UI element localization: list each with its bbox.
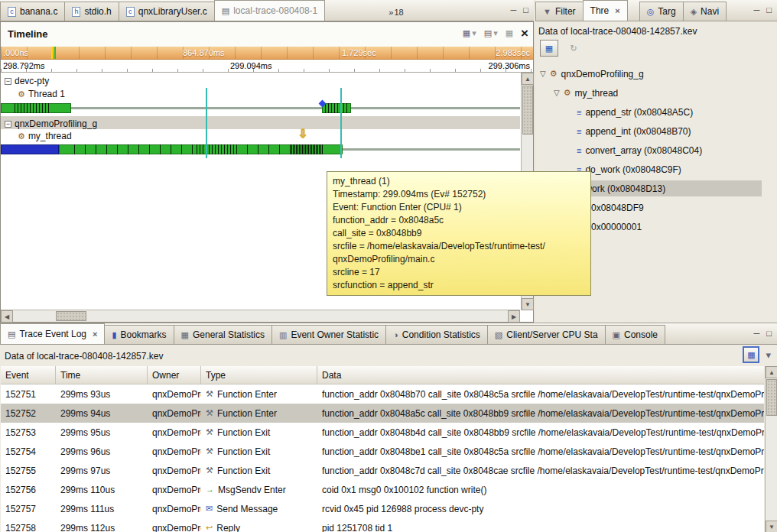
tab-bookmarks[interactable]: ▮ Bookmarks (104, 325, 174, 344)
close-icon[interactable]: × (521, 27, 528, 40)
send-message-icon: ✉ (206, 504, 213, 513)
table-row[interactable]: 152751 299ms 93us qnxDemoProfiling_g ⚒ F… (1, 384, 764, 404)
scroll-left-icon[interactable]: ◀ (1, 310, 13, 323)
tab-general-statistics[interactable]: ▦ General Statistics (174, 325, 272, 344)
cell-owner: qnxDemoProfiling_g (148, 485, 201, 495)
tab-filter[interactable]: ▼ Filter (535, 2, 584, 21)
ruler-label: 299.094ms (230, 61, 271, 70)
tree-expanded-icon[interactable]: ▽ (540, 70, 546, 78)
tab-thread[interactable]: Thre × (583, 0, 628, 21)
close-icon[interactable]: × (93, 329, 97, 339)
zoom-options-button[interactable]: ▤ ▾ (484, 29, 498, 37)
tree-item-address[interactable]: 0x08048DF9 (591, 200, 644, 216)
cell-event: 152757 (1, 504, 56, 514)
scroll-down-icon[interactable]: ▼ (766, 521, 777, 532)
close-icon[interactable]: × (615, 6, 619, 15)
table-row[interactable]: 152758 299ms 112us qnxDemoProfiling_g ↩ … (1, 518, 764, 532)
tree-item-function-selected[interactable]: ≡ work (0x08048D13) (572, 180, 762, 196)
tab-client-server-cpu[interactable]: ▧ Client/Server CPU Sta (487, 325, 606, 344)
grid-toggle-button[interactable]: ▦ (506, 29, 513, 37)
editor-tab-overflow-chevron[interactable]: » 18 (388, 8, 403, 17)
timeline-header: Timeline ▦ ▾ ▤ ▾ ▦ × (1, 22, 533, 47)
minimize-icon[interactable]: ─ (511, 5, 517, 15)
maximize-icon[interactable]: □ (523, 5, 528, 15)
tab-navigator[interactable]: ◈ Navi (683, 2, 727, 21)
table-row[interactable]: 152753 299ms 95us qnxDemoProfiling_g ⚒ F… (1, 423, 764, 442)
thread-label: my_thread (28, 131, 72, 141)
column-header-type[interactable]: Type (201, 366, 317, 384)
collapse-icon[interactable]: − (5, 121, 11, 128)
view-menu-icon[interactable]: ▾ (766, 350, 771, 360)
timeline-horizontal-scrollbar[interactable]: ◀ ▶ (1, 310, 520, 322)
scroll-up-icon[interactable]: ▲ (766, 366, 777, 378)
trace-data-title: Data of local-trace-080408-142857.kev (538, 26, 697, 37)
function-enter-icon: ⚒ (206, 390, 213, 398)
right-tab-bar: ▼ Filter Thre × ◎ Targ ◈ Navi ─ □ (535, 0, 777, 21)
editor-tab-banana-c[interactable]: c banana.c (0, 2, 65, 21)
collapse-icon[interactable]: − (5, 78, 11, 85)
scroll-up-icon[interactable]: ▲ (522, 73, 534, 85)
display-options-button[interactable]: ▦ ▾ (463, 29, 476, 37)
tab-trace-event-log[interactable]: ▤ Trace Event Log × (0, 323, 105, 344)
editor-tab-stdio-h[interactable]: h stdio.h (64, 2, 119, 21)
event-ticks (290, 144, 323, 154)
column-header-data[interactable]: Data (317, 366, 764, 384)
ruler-label: .000ns (3, 48, 28, 57)
tree-item-address[interactable]: 0x00000001 (591, 219, 642, 235)
tree-item-thread[interactable]: ▽ ⚙ my_thread (554, 85, 618, 101)
cell-data: function_addr 0x8048b4d call_site 0x8048… (317, 427, 764, 438)
tree-item-function[interactable]: ≡ do_work (0x08048C9F) (577, 161, 681, 177)
tab-label: General Statistics (193, 329, 265, 340)
trace-file-icon: ▤ (222, 7, 229, 15)
timeline-row-my-thread[interactable]: ⚙ my_thread (18, 131, 72, 141)
tree-item-function[interactable]: ≡ convert_array (0x08048C04) (577, 142, 702, 158)
tree-item-function[interactable]: ≡ append_int (0x08048B70) (577, 123, 691, 139)
scroll-down-icon[interactable]: ▼ (522, 298, 534, 310)
table-row[interactable]: 152754 299ms 96us qnxDemoProfiling_g ⚒ F… (1, 442, 764, 461)
tree-item-process[interactable]: ▽ ⚙ qnxDemoProfiling_g (540, 66, 644, 82)
tab-console[interactable]: ▣ Console (605, 325, 665, 344)
maximize-icon[interactable]: □ (766, 329, 772, 338)
timeline-full-ruler[interactable]: .000ns 864.870ms 1.729sec 2.983sec (1, 47, 533, 60)
minimize-icon[interactable]: ─ (754, 329, 760, 338)
refresh-button[interactable]: ↻ (564, 40, 583, 57)
scrollbar-thumb[interactable] (522, 86, 533, 135)
scroll-right-icon[interactable]: ▶ (508, 310, 520, 323)
table-row[interactable]: 152755 299ms 97us qnxDemoProfiling_g ⚒ F… (1, 461, 764, 480)
tab-label: Condition Statistics (402, 329, 480, 340)
timeline-group-qnxdemoprofiling[interactable]: − qnxDemoProfiling_g (5, 118, 97, 129)
function-exit-icon: ⚒ (206, 466, 213, 475)
table-row-selected[interactable]: 152752 299ms 94us qnxDemoProfiling_g ⚒ F… (1, 404, 764, 423)
selection-marker-line (340, 88, 342, 158)
tab-target[interactable]: ◎ Targ (639, 2, 684, 21)
minimize-icon[interactable]: ─ (754, 5, 760, 15)
column-header-event[interactable]: Event (1, 366, 56, 384)
table-row[interactable]: 152756 299ms 110us qnxDemoProfiling_g → … (1, 480, 764, 499)
tab-condition-statistics[interactable]: ◑ Condition Statistics (385, 325, 488, 344)
tab-event-owner-statistic[interactable]: ▥ Event Owner Statistic (271, 325, 386, 344)
table-row[interactable]: 152757 299ms 111us qnxDemoProfiling_g ✉ … (1, 499, 764, 518)
timeline-row-thread1[interactable]: ⚙ Thread 1 (18, 89, 65, 99)
tree-item-function[interactable]: ≡ append_str (0x08048A5C) (577, 104, 693, 120)
type-label: MsgSendv Enter (218, 485, 286, 495)
selection-marker-line (206, 88, 207, 158)
timeline-bar-my-thread[interactable] (1, 144, 520, 154)
timeline-zoom-ruler[interactable]: 298.792ms 299.094ms 299.306ms (1, 60, 533, 73)
chevron-down-icon: ▾ (472, 29, 476, 37)
column-header-time[interactable]: Time (56, 366, 148, 384)
table-vertical-scrollbar[interactable]: ▲ ▼ (765, 366, 777, 532)
statistics-icon: ▥ (279, 331, 287, 339)
scrollbar-thumb[interactable] (766, 379, 777, 416)
scrollbar-thumb[interactable] (56, 311, 86, 321)
editor-tab-qnxlibraryuser-c[interactable]: c qnxLibraryUser.c (119, 2, 215, 21)
maximize-icon[interactable]: □ (766, 5, 772, 15)
grid-icon: ▦ (506, 29, 513, 37)
timeline-group-devc-pty[interactable]: − devc-pty (5, 76, 49, 86)
toggle-table-button[interactable]: ▦ (743, 346, 759, 363)
timeline-bar-thread1[interactable] (1, 103, 520, 113)
tree-expanded-icon[interactable]: ▽ (554, 89, 560, 97)
target-icon: ◎ (647, 8, 655, 16)
editor-tab-local-trace[interactable]: ▤ local-trace-080408-1 (214, 0, 325, 21)
show-table-button[interactable]: ▦ (540, 40, 558, 57)
column-header-owner[interactable]: Owner (148, 366, 201, 384)
